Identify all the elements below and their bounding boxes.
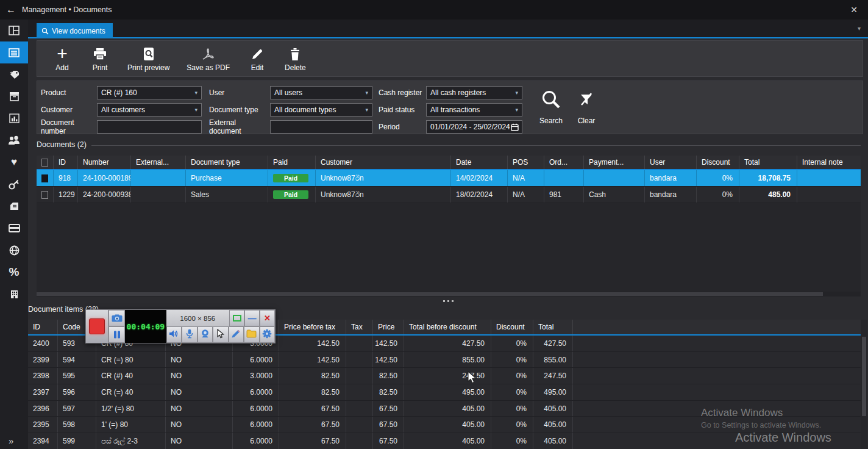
filter-document-type-dropdown[interactable]: All document types▾: [270, 103, 372, 117]
back-arrow-icon[interactable]: ←: [0, 4, 22, 15]
scrollbar-thumb[interactable]: [862, 337, 866, 416]
clear-button[interactable]: Clear: [571, 86, 602, 125]
sidebar-item-percent[interactable]: %: [0, 261, 28, 283]
sidebar-item-heart[interactable]: ♥: [0, 151, 28, 173]
table-header-row: IDNumberExternal...Document typePaidCust…: [37, 156, 861, 170]
column-header[interactable]: [573, 320, 861, 334]
close-icon[interactable]: ✕: [845, 0, 863, 20]
column-header-customer[interactable]: Customer: [316, 156, 451, 169]
open-folder-button[interactable]: [244, 326, 260, 343]
table-row[interactable]: 91824-100-000189PurchasePaidUnknow87ඊn14…: [37, 170, 861, 187]
filter-label-cash-register: Cash register: [377, 88, 426, 97]
close-recorder-button[interactable]: ✕: [260, 310, 275, 326]
filter-product-dropdown[interactable]: CR (#) 160▾: [97, 86, 202, 99]
sidebar-item-key[interactable]: [0, 173, 28, 195]
sidebar-item-print-document[interactable]: [0, 195, 28, 217]
annotate-button[interactable]: [229, 326, 244, 343]
speaker-toggle-button[interactable]: [166, 326, 182, 343]
search-button[interactable]: Search: [533, 86, 569, 125]
sidebar-item-layout-dashboard[interactable]: [0, 20, 28, 41]
filter-label-paid-status: Paid status: [377, 106, 426, 114]
panel-splitter-handle[interactable]: [28, 297, 868, 305]
row-checkbox[interactable]: [41, 191, 48, 199]
filter-period-input[interactable]: 01/01/2024 - 25/02/2024: [426, 120, 522, 134]
table-cell: Paid: [268, 170, 316, 186]
tab-view-documents[interactable]: View documents: [37, 23, 113, 38]
stop-recording-button[interactable]: [86, 310, 108, 343]
select-all-checkbox[interactable]: [41, 159, 48, 167]
sidebar-item-globe[interactable]: [0, 239, 28, 261]
minimize-button[interactable]: —: [244, 310, 260, 326]
filter-user-dropdown[interactable]: All users▾: [270, 86, 372, 99]
column-header-external-[interactable]: External...: [131, 156, 186, 169]
column-header-total[interactable]: Total: [533, 320, 573, 334]
column-header[interactable]: [37, 156, 54, 169]
column-header-payment-[interactable]: Payment...: [584, 156, 645, 169]
column-header-discount[interactable]: Discount: [697, 156, 739, 169]
table-cell: 18,708.75: [739, 170, 797, 186]
credit-card-icon: [9, 224, 20, 232]
webcam-toggle-button[interactable]: [197, 326, 213, 343]
tab-strip: View documents ▾: [28, 20, 868, 38]
filter-customer-dropdown[interactable]: All customers▾: [97, 103, 202, 117]
sidebar-item-building[interactable]: [0, 283, 28, 305]
screen-recorder-overlay: 00:04:09 1600 × 856 — ✕: [85, 309, 276, 343]
delete-button[interactable]: Delete: [276, 41, 315, 76]
table-cell: 598: [58, 417, 96, 433]
print-preview-button[interactable]: Print preview: [119, 41, 178, 76]
sidebar-item-box[interactable]: [0, 85, 28, 107]
pause-button[interactable]: [108, 326, 125, 343]
column-header-discount[interactable]: Discount: [491, 320, 533, 334]
table-row[interactable]: 122924-200-000938SalesPaidUnknow87ඊn18/0…: [37, 187, 861, 203]
column-header-internal-note[interactable]: Internal note: [797, 156, 861, 169]
filter-document-number-input[interactable]: [97, 120, 202, 134]
column-header-date[interactable]: Date: [451, 156, 508, 169]
column-header-total[interactable]: Total: [739, 156, 797, 169]
table-cell: Unknow87ඊn: [316, 170, 451, 186]
column-header-document-type[interactable]: Document type: [186, 156, 268, 169]
column-header-id[interactable]: ID: [28, 320, 58, 334]
add-button[interactable]: +Add: [43, 41, 81, 76]
settings-button[interactable]: [260, 326, 276, 343]
column-header-number[interactable]: Number: [78, 156, 131, 169]
sidebar-item-bar-chart[interactable]: [0, 107, 28, 129]
sidebar-item-tags[interactable]: [0, 63, 28, 85]
column-header-id[interactable]: ID: [54, 156, 78, 169]
save-as-pdf-button[interactable]: Save as PDF: [178, 41, 238, 76]
edit-button[interactable]: Edit: [238, 41, 276, 76]
table-cell: [346, 417, 373, 433]
table-row[interactable]: 2399594CR (=) 80NO6.0000142.50142.50855.…: [28, 352, 861, 368]
filter-cash-register-dropdown[interactable]: All cash registers▾: [426, 86, 522, 99]
column-header-price[interactable]: Price: [373, 320, 404, 334]
column-header-pos[interactable]: POS: [508, 156, 544, 169]
row-checkbox[interactable]: [41, 174, 48, 182]
sidebar-item-credit-card[interactable]: [0, 217, 28, 239]
cursor-capture-button[interactable]: [213, 326, 229, 343]
scrollbar-thumb[interactable]: [37, 292, 823, 296]
filter-paid-status-dropdown[interactable]: All transactions▾: [426, 103, 522, 117]
table-row[interactable]: 2398595CR (#) 40NO3.000082.5082.50247.50…: [28, 368, 861, 384]
search-label: Search: [533, 117, 569, 125]
activate-windows-subtext: Go to Settings to activate Windows.: [701, 421, 821, 429]
sidebar-item-documents[interactable]: [0, 41, 28, 63]
table-row[interactable]: 2397596CR (=) 40NO6.000082.5082.50495.00…: [28, 384, 861, 401]
sidebar-item-users[interactable]: [0, 129, 28, 151]
table-cell: 405.00: [533, 401, 573, 417]
table-cell: NO: [166, 352, 233, 368]
column-header-price-before-tax[interactable]: Price before tax: [279, 320, 346, 334]
column-header-tax[interactable]: Tax: [346, 320, 373, 334]
sidebar-expand-chevrons-icon[interactable]: »: [0, 433, 28, 448]
column-header-paid[interactable]: Paid: [268, 156, 316, 169]
microphone-toggle-button[interactable]: [182, 326, 197, 343]
column-header-user[interactable]: User: [645, 156, 697, 169]
column-header-ord-[interactable]: Ord...: [544, 156, 584, 169]
paid-status-badge: Paid: [273, 174, 308, 182]
filter-external-document-input[interactable]: [270, 120, 372, 134]
screenshot-button[interactable]: [108, 310, 125, 326]
select-region-button[interactable]: [229, 310, 244, 326]
print-button[interactable]: Print: [81, 41, 119, 76]
column-header-total-before-discount[interactable]: Total before discount: [404, 320, 491, 334]
table-cell: 0%: [697, 170, 739, 186]
tab-overflow-caret-icon[interactable]: ▾: [858, 25, 861, 32]
table-cell: [573, 384, 861, 400]
